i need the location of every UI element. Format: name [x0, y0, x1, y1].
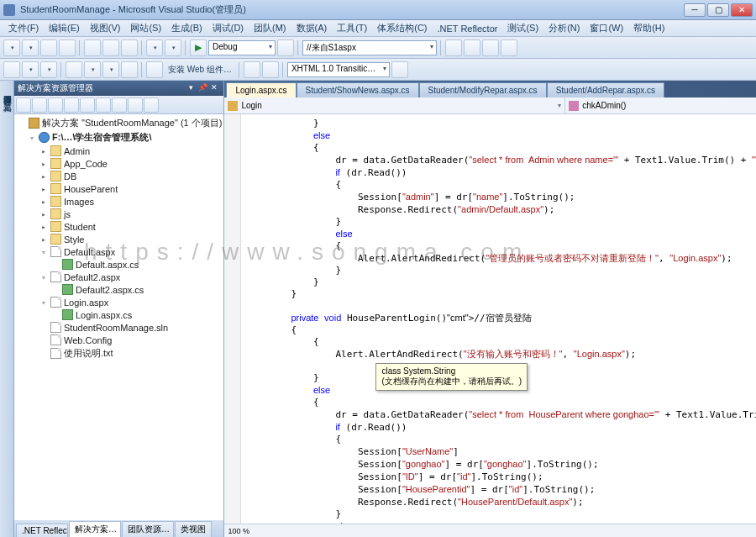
code-text[interactable]: } else { dr = data.GetDataReader("select… — [241, 114, 756, 524]
menu-help[interactable]: 帮助(H) — [628, 20, 669, 36]
tree-folder-db[interactable]: ▸DB — [16, 170, 222, 182]
install-web-link[interactable]: 安装 Web 组件… — [168, 64, 232, 76]
tb2-d[interactable] — [66, 61, 82, 78]
menu-data[interactable]: 数据(A) — [291, 20, 333, 36]
menu-file[interactable]: 文件(F) — [3, 20, 44, 36]
tree-solution[interactable]: 解决方案 "StudentRoomManage" (1 个项目) — [16, 116, 222, 130]
tree-file-login-cs[interactable]: Login.aspx.cs — [16, 308, 222, 321]
tree-folder-student[interactable]: ▸Student — [16, 220, 222, 233]
tb2-k[interactable] — [391, 61, 408, 78]
tree-file-readme[interactable]: 使用说明.txt — [16, 346, 222, 361]
tb2-f[interactable] — [102, 61, 119, 78]
save-button[interactable] — [40, 39, 57, 56]
run-button[interactable]: ▶ — [190, 39, 207, 56]
btab-reflector[interactable]: .NET Reflect… — [16, 524, 68, 537]
redo-button[interactable] — [165, 39, 181, 56]
tb2-b[interactable] — [22, 61, 39, 78]
tb-extra2[interactable] — [464, 39, 480, 56]
find-combo[interactable]: //来自S1aspx — [302, 40, 437, 55]
menu-window[interactable]: 窗口(W) — [585, 20, 628, 36]
tree-folder-admin[interactable]: ▸Admin — [16, 145, 222, 157]
btab-solution[interactable]: 解决方案… — [69, 521, 121, 537]
zoom-combo[interactable]: 100 % — [228, 527, 249, 535]
tree-file-sln[interactable]: StudentRoomManage.sln — [16, 321, 222, 334]
paste-button[interactable] — [121, 39, 138, 56]
tab-addrepar[interactable]: Student/AddRepar.aspx.cs — [547, 82, 664, 97]
main-toolbar: ▶ Debug //来自S1aspx — [0, 37, 756, 59]
sol-tb-refresh[interactable] — [48, 97, 63, 113]
doctype-combo[interactable]: XHTML 1.0 Transitic… — [287, 62, 390, 77]
tb2-e[interactable] — [84, 61, 101, 78]
separator — [60, 62, 62, 77]
separator — [141, 40, 143, 55]
sol-tb-7[interactable] — [112, 97, 127, 113]
tree-folder-style[interactable]: ▸Style — [16, 233, 222, 245]
sol-tb-8[interactable] — [128, 97, 143, 113]
pane-dropdown-icon[interactable]: ▾ — [185, 82, 197, 94]
menu-debug[interactable]: 调试(D) — [207, 20, 249, 36]
menu-test[interactable]: 测试(S) — [502, 20, 543, 36]
tb2-j[interactable] — [262, 61, 279, 78]
method-icon — [569, 101, 579, 111]
maximize-button[interactable]: ▢ — [707, 3, 729, 17]
tb-extra4[interactable] — [501, 39, 517, 56]
menu-view[interactable]: 视图(V) — [85, 20, 126, 36]
tree-folder-houseparent[interactable]: ▸HouseParent — [16, 182, 222, 195]
class-icon — [228, 101, 238, 111]
btab-classview[interactable]: 类视图 — [175, 521, 212, 537]
cut-button[interactable] — [84, 39, 101, 56]
tree-file-default2[interactable]: ▿Default2.aspx — [16, 271, 222, 283]
undo-button[interactable] — [146, 39, 163, 56]
tab-shownews[interactable]: Student/ShowNews.aspx.cs — [297, 82, 419, 97]
tab-modifyrepar[interactable]: Student/ModifyRepar.aspx.cs — [419, 82, 547, 97]
server-explorer-tab[interactable]: 服务器资源管理器 — [0, 86, 13, 92]
config-combo[interactable]: Debug — [208, 40, 276, 55]
tb2-g[interactable] — [121, 61, 138, 78]
tree-file-webconfig[interactable]: Web.Config — [16, 334, 222, 346]
tree-file-default-cs[interactable]: Default.aspx.cs — [16, 258, 222, 271]
code-editor[interactable]: } else { dr = data.GetDataReader("select… — [224, 114, 756, 524]
tb2-a[interactable] — [3, 61, 20, 78]
nav-member-combo[interactable]: chkADmin() — [565, 97, 756, 113]
pane-close-icon[interactable]: ✕ — [208, 82, 220, 94]
solution-icon — [29, 118, 39, 129]
open-button[interactable] — [22, 39, 39, 56]
tb2-i[interactable] — [244, 61, 260, 78]
btab-team[interactable]: 团队资源… — [122, 521, 174, 537]
menu-tools[interactable]: 工具(T) — [332, 20, 372, 36]
pane-pin-icon[interactable]: 📌 — [197, 82, 208, 94]
tree-file-default2-cs[interactable]: Default2.aspx.cs — [16, 283, 222, 296]
sol-tb-4[interactable] — [64, 97, 79, 113]
tree-file-login[interactable]: ▿Login.aspx — [16, 296, 222, 308]
tree-folder-js[interactable]: ▸js — [16, 208, 222, 220]
save-all-button[interactable] — [59, 39, 76, 56]
tree-folder-images[interactable]: ▸Images — [16, 195, 222, 208]
menu-analyze[interactable]: 分析(N) — [543, 20, 585, 36]
menu-reflector[interactable]: .NET Reflector — [433, 22, 503, 35]
toolbox-tab[interactable]: 工具箱 — [0, 94, 13, 101]
sol-tb-6[interactable] — [96, 97, 111, 113]
copy-button[interactable] — [102, 39, 119, 56]
sol-tb-1[interactable] — [16, 97, 31, 113]
menu-team[interactable]: 团队(M) — [249, 20, 291, 36]
sol-tb-2[interactable] — [32, 97, 47, 113]
tb-extra3[interactable] — [482, 39, 499, 56]
tb2-h[interactable] — [146, 61, 163, 78]
stop-button[interactable] — [277, 39, 294, 56]
tb-extra1[interactable] — [445, 39, 462, 56]
tree-folder-appcode[interactable]: ▸App_Code — [16, 157, 222, 170]
tree-project[interactable]: ▿F:\…\学生宿舍管理系统\ — [16, 130, 222, 145]
tab-login[interactable]: Login.aspx.cs — [226, 82, 296, 97]
menu-arch[interactable]: 体系结构(C) — [372, 20, 432, 36]
minimize-button[interactable]: ─ — [684, 3, 706, 17]
tb2-c[interactable] — [40, 61, 57, 78]
nav-type-combo[interactable]: Login — [224, 97, 565, 113]
close-button[interactable]: ✕ — [731, 3, 753, 17]
menu-edit[interactable]: 编辑(E) — [44, 20, 85, 36]
sol-tb-9[interactable] — [144, 97, 159, 113]
tree-file-default[interactable]: ▿Default.aspx — [16, 245, 222, 258]
menu-build[interactable]: 生成(B) — [166, 20, 207, 36]
menu-site[interactable]: 网站(S) — [125, 20, 166, 36]
sol-tb-5[interactable] — [80, 97, 95, 113]
new-button[interactable] — [3, 39, 20, 56]
